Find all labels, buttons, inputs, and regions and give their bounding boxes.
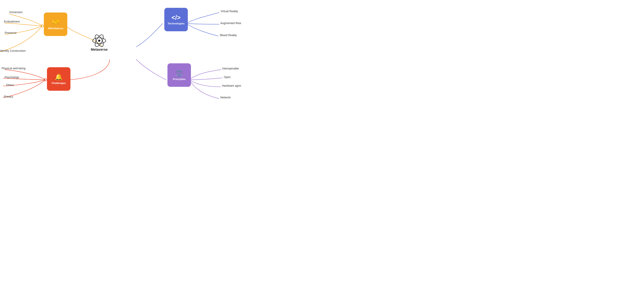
branch-privacy: Privacy: [4, 95, 13, 98]
atom-icon: [92, 34, 106, 47]
svg-point-2: [44, 78, 47, 81]
branch-psychology: Psychology: [5, 76, 19, 79]
branch-embodiment: Embodiment: [4, 20, 20, 23]
branch-network: Network: [220, 96, 231, 99]
center-node: Metaverse: [91, 34, 108, 52]
branch-interoperable: Interoperable: [222, 67, 239, 70]
branch-augmented-reality: Augmented Reality: [220, 21, 241, 25]
center-label: Metaverse: [91, 47, 108, 52]
principles-icon: ⚖️: [175, 69, 183, 77]
challenges-label: Challenges: [52, 82, 66, 85]
branch-physical-wellbeing: Physical well-being: [2, 67, 26, 70]
principles-node[interactable]: ⚖️ Principles: [168, 63, 191, 87]
challenges-node[interactable]: 🔔 Challenges: [47, 67, 70, 91]
branch-hardware-agnostic: Hardware agnostic: [222, 84, 241, 87]
branch-identity-construction: Identity Construction: [0, 49, 26, 52]
technologies-node[interactable]: </> Technologies: [164, 8, 188, 31]
branch-open: Open: [224, 75, 231, 79]
affordances-label: Affordances: [48, 27, 63, 30]
affordances-node[interactable]: 🤝 Affordances: [44, 12, 67, 36]
svg-point-7: [98, 39, 100, 42]
branch-virtual-reality: Virtual Reality: [221, 10, 238, 13]
technologies-icon: </>: [172, 14, 180, 21]
principles-label: Principles: [173, 78, 186, 81]
challenges-icon: 🔔: [55, 73, 62, 81]
branch-mixed-reality: Mixed Reality: [220, 34, 237, 37]
branch-presence: Presence: [5, 31, 16, 34]
technologies-label: Technologies: [168, 22, 184, 25]
affordances-icon: 🤝: [52, 19, 60, 26]
branch-ethics: Ethics: [6, 83, 14, 87]
branch-immersion: Immersion: [10, 11, 22, 14]
svg-point-0: [41, 24, 44, 27]
